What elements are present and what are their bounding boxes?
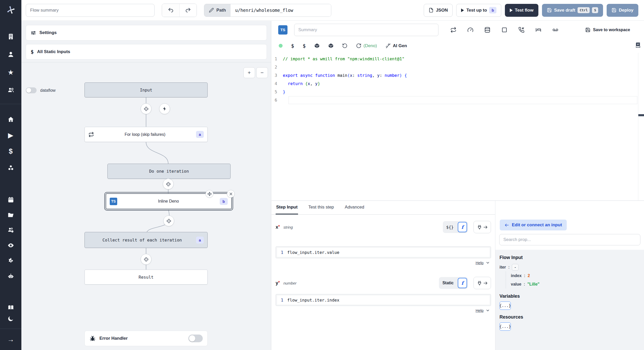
save-draft-button[interactable]: Save draft Ctrl S: [542, 4, 603, 17]
windmill-logo-icon[interactable]: [0, 5, 21, 15]
deploy-button[interactable]: Deploy: [607, 4, 638, 17]
editor-overview-ruler[interactable]: [638, 53, 644, 201]
graph-node-result[interactable]: Result: [84, 270, 208, 285]
delete-node-button[interactable]: [227, 190, 235, 198]
test-flow-button[interactable]: Test flow: [505, 4, 538, 17]
javascript-mode-option[interactable]: f: [458, 222, 467, 232]
reset-button[interactable]: [342, 43, 348, 48]
sidebar-item-groups-admin[interactable]: [0, 226, 21, 235]
code-line[interactable]: 5}: [272, 88, 644, 96]
package-button[interactable]: [328, 43, 334, 48]
flow-input-tree-row[interactable]: value:"Lille": [499, 280, 640, 288]
code-line[interactable]: 2: [272, 63, 644, 71]
code-line[interactable]: 4 return {x, y}: [272, 80, 644, 88]
graph-node-collect-result[interactable]: Collect result of each iteration a: [84, 232, 208, 248]
path-value[interactable]: u/henri/wholesome_flow: [231, 4, 331, 16]
sidebar-item-home[interactable]: [0, 115, 21, 124]
lifetime-button[interactable]: [552, 27, 558, 33]
sidebar-expand-button[interactable]: →: [0, 335, 21, 344]
flow-summary-input[interactable]: [26, 4, 155, 17]
edit-or-connect-button[interactable]: Edit or connect an input: [500, 220, 567, 230]
field-y-help[interactable]: Help: [476, 308, 490, 313]
field-y-connect-button[interactable]: [473, 277, 491, 289]
undo-button[interactable]: [162, 4, 179, 17]
zoom-in-button[interactable]: +: [243, 67, 255, 78]
suspend-button[interactable]: [518, 27, 524, 33]
sleep-button[interactable]: [535, 27, 541, 33]
sidebar-item-schedules[interactable]: [0, 195, 21, 204]
graph-node-do-one-iteration[interactable]: Do one iteration: [107, 164, 231, 179]
field-y-mode-toggle[interactable]: Static f: [439, 277, 468, 289]
search-prop-input[interactable]: [499, 234, 640, 245]
pencil-icon: [209, 8, 214, 13]
redo-button[interactable]: [179, 4, 197, 17]
sidebar-item-workspace[interactable]: [0, 32, 21, 41]
code-line[interactable]: 6: [272, 96, 644, 104]
step-badge: b: [489, 7, 496, 13]
graph-node-inline-deno[interactable]: TS Inline Deno b: [106, 193, 232, 209]
template-mode-option[interactable]: ${}: [444, 225, 456, 230]
graph-node-for-loop[interactable]: For loop (skip failures) a: [84, 127, 208, 142]
static-mode-option[interactable]: Static: [440, 281, 456, 285]
sidebar-item-resources[interactable]: [0, 163, 21, 172]
move-node-button[interactable]: [206, 190, 213, 198]
code-line[interactable]: 3export async function main(x: string, y…: [272, 71, 644, 80]
retries-button[interactable]: [450, 27, 456, 33]
resource-picker-button[interactable]: $: [303, 43, 306, 49]
dollar-icon: $: [303, 43, 306, 49]
editor-docs-button[interactable]: [635, 42, 641, 49]
history-buttons: [162, 4, 197, 17]
insert-step-button[interactable]: [163, 179, 174, 189]
field-x-expression[interactable]: 1 flow_input.iter.value: [276, 246, 491, 258]
sidebar-item-user[interactable]: [0, 50, 21, 59]
test-up-to-button[interactable]: Test up to b: [456, 4, 501, 17]
zoom-out-button[interactable]: −: [256, 67, 268, 78]
sidebar-item-variables[interactable]: $: [0, 147, 21, 156]
package-button[interactable]: [314, 43, 320, 48]
early-stop-button[interactable]: [467, 27, 473, 33]
dataflow-toggle[interactable]: [26, 87, 37, 93]
ai-gen-button[interactable]: AI Gen: [385, 43, 407, 48]
flow-path-chip[interactable]: Path u/henri/wholesome_flow: [204, 4, 331, 17]
json-button[interactable]: JSON: [424, 4, 453, 17]
all-static-inputs-button[interactable]: $ All Static Inputs: [26, 44, 267, 60]
sidebar-item-audit[interactable]: [0, 241, 21, 250]
add-trigger-button[interactable]: [159, 103, 170, 114]
ai-gen-label: AI Gen: [393, 43, 407, 48]
variables-expand-button[interactable]: {...}: [499, 302, 511, 310]
insert-step-button[interactable]: [141, 254, 151, 265]
save-to-workspace-button[interactable]: Save to workspace: [585, 27, 630, 32]
javascript-mode-option[interactable]: f: [458, 278, 467, 288]
cache-button[interactable]: [484, 27, 490, 33]
sidebar-item-workers[interactable]: [0, 272, 21, 281]
tab-step-input[interactable]: Step Input: [276, 201, 298, 214]
insert-step-button[interactable]: [141, 103, 151, 114]
save-icon: [547, 8, 552, 13]
tab-advanced[interactable]: Advanced: [344, 201, 365, 214]
sidebar-item-folders[interactable]: [0, 211, 21, 219]
step-summary-input[interactable]: [294, 24, 438, 36]
field-x-help[interactable]: Help: [476, 261, 490, 265]
flow-settings-button[interactable]: Settings: [26, 25, 267, 40]
sidebar-item-settings[interactable]: [0, 256, 21, 265]
sidebar-item-groups[interactable]: [0, 86, 21, 94]
flow-input-tree-row[interactable]: iter:-: [499, 263, 640, 271]
field-y-expression[interactable]: 1 flow_input.iter.index: [276, 294, 491, 306]
field-x-connect-button[interactable]: [473, 221, 491, 233]
field-x-mode-toggle[interactable]: ${} f: [443, 221, 468, 233]
reload-runtime-button[interactable]: (Deno): [356, 43, 377, 48]
flow-input-tree-row[interactable]: index:2: [499, 271, 640, 280]
error-handler-toggle[interactable]: [188, 335, 203, 342]
graph-node-input[interactable]: Input: [84, 82, 208, 97]
sidebar-item-runs[interactable]: ▶: [0, 131, 21, 140]
sidebar-item-theme[interactable]: [0, 314, 21, 323]
sidebar-item-favorites[interactable]: ★: [0, 68, 21, 77]
tab-test-this-step[interactable]: Test this step: [308, 201, 334, 214]
insert-step-button[interactable]: [163, 215, 174, 226]
mock-button[interactable]: [501, 27, 507, 33]
sidebar-item-docs[interactable]: [0, 303, 21, 312]
resources-expand-button[interactable]: {...}: [499, 322, 511, 331]
code-editor[interactable]: 1// import * as wmill from "npm:windmill…: [272, 53, 644, 201]
code-line[interactable]: 1// import * as wmill from "npm:windmill…: [272, 55, 644, 63]
variable-picker-button[interactable]: $: [291, 43, 294, 49]
